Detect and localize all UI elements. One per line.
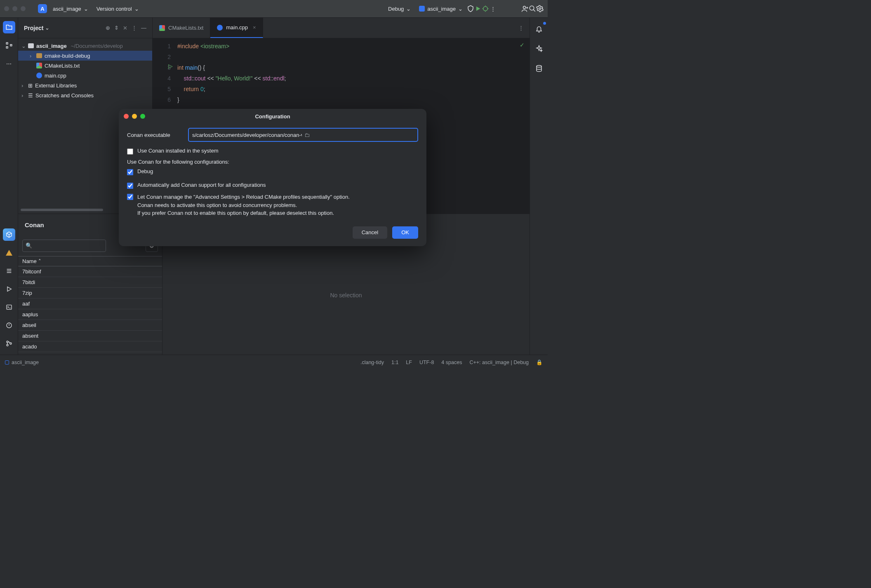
browse-folder-icon[interactable]: 🗀 bbox=[304, 132, 414, 138]
dialog-max-icon[interactable] bbox=[140, 114, 145, 119]
use-system-label: Use Conan installed in the system bbox=[137, 148, 219, 154]
dialog-min-icon[interactable] bbox=[132, 114, 137, 119]
auto-add-checkbox[interactable] bbox=[127, 183, 133, 189]
use-system-checkbox[interactable] bbox=[127, 148, 133, 155]
dialog-traffic-lights bbox=[124, 114, 145, 119]
manage-reload-label: Let Conan manage the "Advanced Settings … bbox=[137, 193, 350, 217]
configs-section-label: Use Conan for the following configuratio… bbox=[127, 159, 418, 165]
modal-overlay: Configuration Conan executable s/carlosz… bbox=[0, 0, 548, 369]
auto-add-label: Automatically add Conan support for all … bbox=[137, 182, 266, 188]
cancel-button[interactable]: Cancel bbox=[353, 226, 387, 239]
dialog-close-icon[interactable] bbox=[124, 114, 129, 119]
conan-exe-input[interactable]: s/carlosz/Documents/developer/conan/cona… bbox=[188, 128, 418, 142]
config-debug-label: Debug bbox=[137, 168, 153, 174]
dialog-title: Configuration bbox=[255, 113, 290, 120]
configuration-dialog: Configuration Conan executable s/carlosz… bbox=[119, 109, 426, 246]
manage-reload-checkbox[interactable] bbox=[127, 194, 133, 200]
config-debug-checkbox[interactable] bbox=[127, 169, 133, 175]
ok-button[interactable]: OK bbox=[392, 226, 418, 239]
conan-exe-label: Conan executable bbox=[127, 132, 184, 138]
